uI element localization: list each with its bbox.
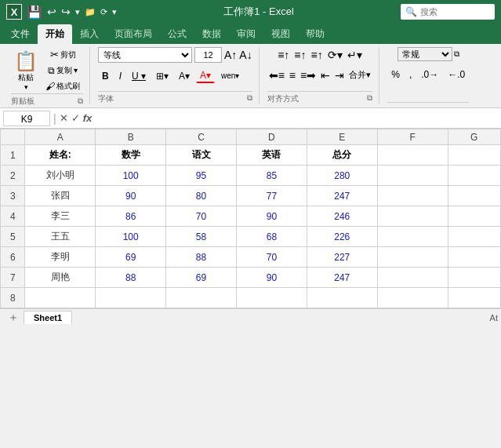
- row-header-6[interactable]: 6: [1, 247, 25, 268]
- table-row[interactable]: [307, 288, 377, 308]
- row-header-5[interactable]: 5: [1, 227, 25, 247]
- search-input[interactable]: [420, 7, 491, 16]
- toolbar-more-icon[interactable]: ▾: [112, 7, 117, 17]
- table-row[interactable]: [448, 206, 501, 227]
- table-row[interactable]: [96, 288, 166, 308]
- font-size-decrease-icon[interactable]: A↓: [239, 49, 252, 61]
- insert-function-icon[interactable]: fx: [83, 112, 93, 124]
- align-left-button[interactable]: ⬅≡: [267, 67, 286, 83]
- bold-button[interactable]: B: [98, 69, 113, 83]
- table-row[interactable]: [448, 166, 501, 186]
- table-row[interactable]: [448, 227, 501, 247]
- italic-button[interactable]: I: [115, 69, 125, 83]
- table-row[interactable]: [166, 288, 237, 308]
- align-expand-icon[interactable]: ⧉: [367, 93, 372, 104]
- table-row[interactable]: 226: [307, 227, 377, 247]
- increase-decimal-button[interactable]: .0→: [417, 67, 442, 82]
- table-row[interactable]: [377, 268, 448, 288]
- wrap-text-button[interactable]: wen▾: [217, 70, 243, 82]
- table-row[interactable]: 247: [307, 186, 377, 206]
- table-row[interactable]: [377, 206, 448, 227]
- tab-help[interactable]: 帮助: [298, 24, 332, 44]
- table-row[interactable]: 李明: [25, 247, 96, 268]
- decrease-decimal-button[interactable]: ←.0: [444, 67, 469, 82]
- add-sheet-button[interactable]: ＋: [3, 309, 24, 326]
- row-header-2[interactable]: 2: [1, 166, 25, 186]
- align-top-right-button[interactable]: ≡↑: [310, 47, 325, 63]
- table-row[interactable]: 张四: [25, 186, 96, 206]
- table-row[interactable]: 85: [236, 166, 307, 186]
- table-row[interactable]: 69: [166, 268, 237, 288]
- col-header-g[interactable]: G: [448, 129, 501, 145]
- font-size-increase-icon[interactable]: A↑: [224, 49, 237, 61]
- table-row[interactable]: [377, 186, 448, 206]
- align-center-button[interactable]: ≡: [288, 67, 297, 83]
- tab-insert[interactable]: 插入: [72, 24, 107, 44]
- sheet-tab-sheet1[interactable]: Sheet1: [24, 311, 72, 324]
- table-row[interactable]: 69: [96, 247, 166, 268]
- table-row[interactable]: 周艳: [25, 268, 96, 288]
- table-row[interactable]: [377, 247, 448, 268]
- table-row[interactable]: 247: [307, 268, 377, 288]
- table-row[interactable]: 数学: [96, 145, 166, 166]
- table-row[interactable]: 100: [96, 166, 166, 186]
- tab-review[interactable]: 审阅: [229, 24, 263, 44]
- table-row[interactable]: 70: [166, 206, 237, 227]
- table-row[interactable]: 90: [96, 186, 166, 206]
- col-header-c[interactable]: C: [166, 129, 237, 145]
- tab-file[interactable]: 文件: [3, 24, 38, 44]
- copy-button[interactable]: ⧉ 复制 ▾: [42, 64, 83, 78]
- table-row[interactable]: 58: [166, 227, 237, 247]
- number-format-expand-icon[interactable]: ⧉: [454, 49, 459, 59]
- table-row[interactable]: 88: [96, 268, 166, 288]
- font-expand-icon[interactable]: ⧉: [247, 93, 252, 104]
- table-row[interactable]: 68: [236, 227, 307, 247]
- table-row[interactable]: [236, 288, 307, 308]
- formula-input[interactable]: [95, 113, 498, 124]
- table-row[interactable]: [377, 145, 448, 166]
- border-button[interactable]: ⊞▾: [152, 69, 172, 83]
- table-row[interactable]: 88: [166, 247, 237, 268]
- table-row[interactable]: 90: [236, 268, 307, 288]
- row-header-7[interactable]: 7: [1, 268, 25, 288]
- table-row[interactable]: 语文: [166, 145, 237, 166]
- underline-button[interactable]: U ▾: [128, 69, 150, 83]
- table-row[interactable]: 姓名:: [25, 145, 96, 166]
- table-row[interactable]: 77: [236, 186, 307, 206]
- autosave-icon[interactable]: ⟳: [100, 7, 107, 17]
- table-row[interactable]: 英语: [236, 145, 307, 166]
- table-row[interactable]: 95: [166, 166, 237, 186]
- table-row[interactable]: 李三: [25, 206, 96, 227]
- table-row[interactable]: 280: [307, 166, 377, 186]
- table-row[interactable]: 100: [96, 227, 166, 247]
- table-row[interactable]: [377, 288, 448, 308]
- merge-button[interactable]: 合并▾: [347, 67, 372, 83]
- increase-indent-button[interactable]: ⇥: [333, 67, 346, 83]
- font-size-input[interactable]: [194, 47, 222, 63]
- row-header-3[interactable]: 3: [1, 186, 25, 206]
- col-header-a[interactable]: A: [25, 129, 96, 145]
- table-row[interactable]: [448, 145, 501, 166]
- undo-icon[interactable]: ↩: [47, 5, 56, 18]
- tab-formula[interactable]: 公式: [160, 24, 194, 44]
- table-row[interactable]: 80: [166, 186, 237, 206]
- table-row[interactable]: 70: [236, 247, 307, 268]
- row-header-8[interactable]: 8: [1, 288, 25, 308]
- wrap-button[interactable]: ↵▾: [346, 47, 364, 63]
- cell-ref-box[interactable]: K9: [3, 111, 50, 126]
- col-header-b[interactable]: B: [96, 129, 166, 145]
- clipboard-expand-icon[interactable]: ⧉: [78, 97, 83, 106]
- fill-color-button[interactable]: A▾: [175, 69, 194, 83]
- tab-data[interactable]: 数据: [194, 24, 229, 44]
- cancel-formula-icon[interactable]: ✕: [60, 112, 68, 124]
- comma-button[interactable]: ,: [405, 67, 416, 82]
- align-top-center-button[interactable]: ≡↑: [292, 47, 307, 63]
- cut-button[interactable]: ✂ 剪切: [42, 47, 83, 62]
- table-row[interactable]: [448, 268, 501, 288]
- table-row[interactable]: [448, 247, 501, 268]
- table-row[interactable]: 90: [236, 206, 307, 227]
- open-icon[interactable]: 📁: [85, 7, 96, 17]
- table-row[interactable]: 刘小明: [25, 166, 96, 186]
- more-icon[interactable]: ▾: [75, 7, 80, 17]
- redo-icon[interactable]: ↪: [61, 5, 71, 18]
